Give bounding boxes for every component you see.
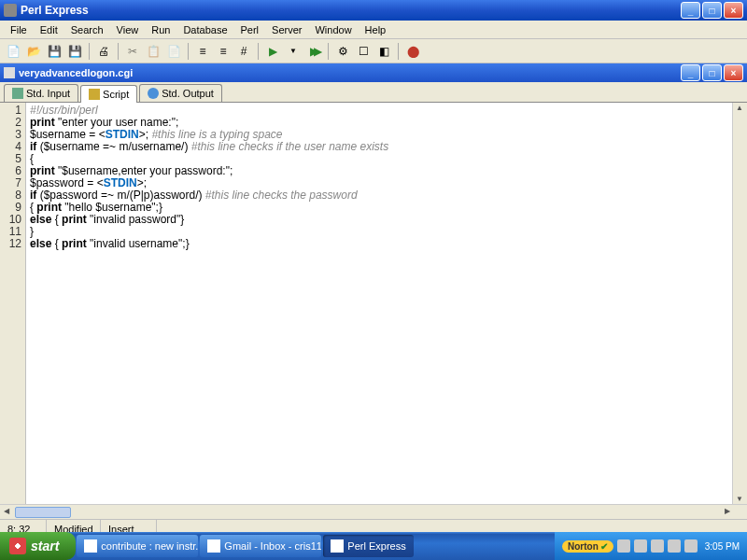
- run-all-icon[interactable]: ▶▶: [304, 42, 323, 61]
- indent-icon[interactable]: ≡: [193, 42, 212, 61]
- doc-maximize-button[interactable]: □: [702, 64, 722, 81]
- hash-icon[interactable]: #: [234, 42, 253, 61]
- document-filename: veryadvancedlogon.cgi: [19, 67, 681, 78]
- code-editor[interactable]: 123456789101112 #!/usr/bin/perlprint "en…: [0, 103, 747, 504]
- menu-window[interactable]: Window: [308, 22, 358, 37]
- check-icon: ✔: [600, 541, 608, 552]
- separator: [328, 43, 329, 60]
- tray-icon[interactable]: [634, 539, 647, 553]
- system-tray: Norton✔ 3:05 PM: [555, 532, 747, 560]
- horizontal-scrollbar[interactable]: [0, 504, 747, 519]
- taskbar-item-perlexpress[interactable]: Perl Express: [323, 535, 413, 557]
- tab-script[interactable]: Script: [80, 85, 137, 103]
- task-label: contribute : new instr...: [101, 540, 198, 552]
- toolbar: 📄 📂 💾 💾 🖨 ✂ 📋 📄 ≡ ≡ # ▶ ▼ ▶▶ ⚙ ☐ ◧ ⬤: [0, 39, 747, 63]
- vertical-scrollbar[interactable]: [732, 103, 747, 504]
- menu-help[interactable]: Help: [359, 22, 393, 37]
- separator: [188, 43, 189, 60]
- separator: [398, 43, 399, 60]
- input-icon: [12, 88, 23, 99]
- menu-database[interactable]: Database: [176, 22, 233, 37]
- clock[interactable]: 3:05 PM: [705, 541, 740, 552]
- editor-tabs: Std. Input Script Std. Output: [0, 82, 747, 103]
- open-file-icon[interactable]: 📂: [24, 42, 43, 61]
- save-all-icon[interactable]: 💾: [65, 42, 84, 61]
- save-icon[interactable]: 💾: [45, 42, 63, 61]
- tool-icon-b[interactable]: ☐: [354, 42, 373, 61]
- tab-label: Script: [103, 89, 129, 100]
- menu-edit[interactable]: Edit: [34, 22, 64, 37]
- app-icon: [84, 539, 97, 553]
- tray-icon[interactable]: [668, 539, 681, 553]
- tray-icon[interactable]: [684, 539, 698, 553]
- line-number-gutter: 123456789101112: [0, 103, 26, 504]
- run-icon[interactable]: ▶: [263, 42, 282, 61]
- document-titlebar: veryadvancedlogon.cgi _ □ ×: [0, 63, 747, 82]
- app-icon: [207, 539, 220, 553]
- output-icon: [148, 88, 159, 99]
- window-title: Perl Express: [21, 4, 681, 17]
- close-button[interactable]: ×: [724, 2, 743, 19]
- app-icon: [331, 539, 344, 553]
- windows-logo-icon: [9, 538, 26, 554]
- tab-label: Std. Output: [162, 88, 214, 99]
- menu-view[interactable]: View: [110, 22, 146, 37]
- code-content[interactable]: #!/usr/bin/perlprint "enter your user na…: [26, 103, 732, 504]
- tray-icon[interactable]: [617, 539, 630, 553]
- windows-taskbar: start contribute : new instr... Gmail - …: [0, 532, 747, 560]
- taskbar-item-gmail[interactable]: Gmail - Inbox - cris11...: [200, 535, 321, 557]
- document-icon: [4, 67, 15, 78]
- menu-run[interactable]: Run: [145, 22, 176, 37]
- separator: [118, 43, 119, 60]
- tray-icon[interactable]: [651, 539, 664, 553]
- app-icon: [4, 4, 17, 17]
- maximize-button[interactable]: □: [702, 2, 722, 19]
- menu-perl[interactable]: Perl: [234, 22, 266, 37]
- new-file-icon[interactable]: 📄: [4, 42, 22, 61]
- scroll-thumb[interactable]: [15, 507, 71, 518]
- task-label: Gmail - Inbox - cris11...: [224, 540, 321, 552]
- start-button[interactable]: start: [0, 532, 76, 560]
- doc-minimize-button[interactable]: _: [681, 64, 700, 81]
- taskbar-item-contribute[interactable]: contribute : new instr...: [77, 535, 198, 557]
- tool-icon-a[interactable]: ⚙: [333, 42, 352, 61]
- start-label: start: [31, 539, 59, 553]
- outdent-icon[interactable]: ≡: [214, 42, 233, 61]
- task-label: Perl Express: [347, 540, 405, 552]
- menu-file[interactable]: File: [4, 22, 34, 37]
- tool-icon-d[interactable]: ⬤: [403, 42, 422, 61]
- tab-std-output[interactable]: Std. Output: [139, 84, 222, 102]
- separator: [89, 43, 90, 60]
- paste-icon[interactable]: 📄: [164, 42, 183, 61]
- tab-std-input[interactable]: Std. Input: [4, 84, 78, 102]
- window-titlebar: Perl Express _ □ ×: [0, 0, 747, 21]
- script-icon: [89, 89, 100, 100]
- print-icon[interactable]: 🖨: [94, 42, 113, 61]
- copy-icon[interactable]: 📋: [144, 42, 162, 61]
- norton-badge[interactable]: Norton✔: [562, 540, 613, 553]
- menu-search[interactable]: Search: [64, 22, 110, 37]
- tab-label: Std. Input: [26, 88, 70, 99]
- minimize-button[interactable]: _: [681, 2, 700, 19]
- tool-icon-c[interactable]: ◧: [374, 42, 393, 61]
- cut-icon[interactable]: ✂: [123, 42, 142, 61]
- menubar: File Edit Search View Run Database Perl …: [0, 21, 747, 39]
- separator: [258, 43, 259, 60]
- menu-server[interactable]: Server: [265, 22, 308, 37]
- doc-close-button[interactable]: ×: [724, 64, 743, 81]
- dropdown-icon[interactable]: ▼: [284, 42, 303, 61]
